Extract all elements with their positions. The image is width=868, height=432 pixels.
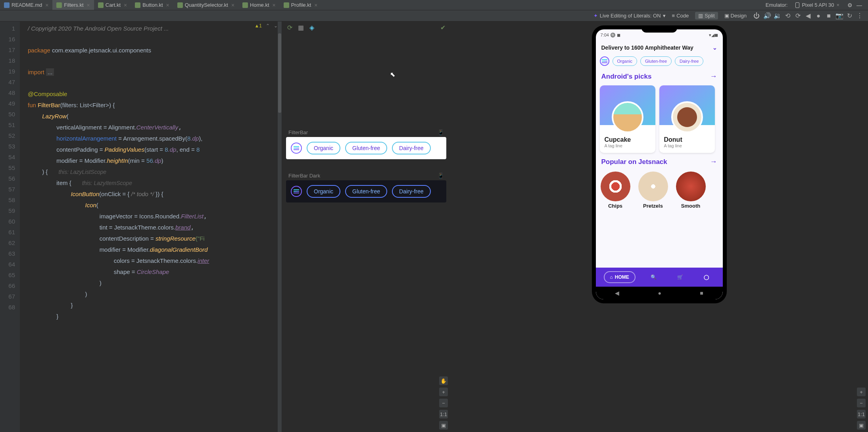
close-icon[interactable]: ×: [45, 2, 48, 8]
phone-screen[interactable]: 7:04 🔘 ◼ ▾◢◼ Delivery to 1600 Amphitheat…: [596, 29, 723, 299]
food-card[interactable]: DonutA tag line: [659, 85, 715, 153]
preview-filterbar-light: Organic Gluten-free Dairy-free: [286, 137, 446, 159]
nav-home[interactable]: ⌂ HOME: [604, 271, 636, 283]
fit-icon[interactable]: ▣: [439, 421, 448, 430]
zoom-label[interactable]: 1:1: [857, 410, 866, 418]
chip[interactable]: Gluten-free: [345, 185, 387, 198]
filter-icon[interactable]: [291, 186, 302, 197]
code-content[interactable]: / Copyright 2020 The Android Open Source…: [20, 21, 282, 432]
live-edit-toggle[interactable]: ✦Live Editing of Literals: ON▾: [593, 13, 666, 19]
rotate-left-icon[interactable]: ⟲: [784, 12, 791, 19]
minimize-icon[interactable]: —: [856, 2, 862, 8]
line-gutter: 1161718194748495051525354555657585960616…: [0, 21, 20, 432]
refresh-icon[interactable]: ⟳: [286, 24, 293, 31]
chip[interactable]: Dairy-free: [675, 56, 703, 66]
editor-scrollbar[interactable]: [278, 21, 282, 432]
kotlin-icon: [284, 2, 289, 8]
next-highlight-icon[interactable]: ⌄: [274, 23, 278, 29]
food-card[interactable]: CupcakeA tag line: [600, 85, 655, 153]
sys-home[interactable]: ●: [658, 290, 661, 296]
close-icon[interactable]: ×: [314, 2, 317, 8]
more-icon[interactable]: ⋮: [856, 12, 863, 19]
circle-item[interactable]: Smooth: [676, 172, 706, 209]
zoom-out-icon[interactable]: −: [857, 399, 866, 407]
home-icon[interactable]: ●: [815, 12, 822, 19]
volume-up-icon[interactable]: 🔊: [763, 12, 770, 19]
sys-back[interactable]: ◀: [615, 290, 619, 296]
camera-icon[interactable]: 📷: [835, 12, 843, 19]
filter-row: Organic Gluten-free Dairy-free: [596, 55, 723, 70]
preview-pane: ⟳ ▦ ◈ ✔ FilterBar📱 Organic Gluten-free D…: [282, 21, 450, 432]
snapshot-icon[interactable]: ↻: [846, 12, 853, 19]
card-row[interactable]: CupcakeA tag line DonutA tag line: [596, 83, 723, 155]
code-editor[interactable]: 1161718194748495051525354555657585960616…: [0, 21, 282, 432]
zoom-in-icon[interactable]: +: [857, 388, 866, 396]
rotate-right-icon[interactable]: ⟳: [794, 12, 801, 19]
power-icon[interactable]: ⏻: [753, 12, 760, 19]
gear-icon[interactable]: ⚙: [847, 2, 853, 8]
circle-item[interactable]: Pretzels: [638, 172, 668, 209]
close-icon[interactable]: ×: [273, 2, 276, 8]
close-icon[interactable]: ×: [231, 2, 234, 8]
food-image: [612, 101, 643, 133]
inspection-badges[interactable]: ▲1 ⌃ ⌄: [254, 23, 278, 29]
zoom-in-icon[interactable]: +: [439, 388, 448, 396]
back-icon[interactable]: ◀: [805, 12, 812, 19]
close-icon[interactable]: ×: [87, 2, 90, 8]
close-icon[interactable]: ×: [166, 2, 169, 8]
filter-icon[interactable]: [600, 56, 609, 66]
close-icon[interactable]: ×: [836, 2, 839, 8]
mode-design[interactable]: ▣ Design: [721, 12, 750, 19]
chip[interactable]: Gluten-free: [640, 56, 672, 66]
volume-down-icon[interactable]: 🔉: [774, 12, 781, 19]
emulator-panel: 7:04 🔘 ◼ ▾◢◼ Delivery to 1600 Amphitheat…: [450, 21, 868, 432]
phone-frame: 7:04 🔘 ◼ ▾◢◼ Delivery to 1600 Amphitheat…: [592, 25, 727, 303]
tab-filters[interactable]: Filters.kt×: [52, 0, 94, 10]
status-ok-icon: ✔: [440, 24, 446, 31]
chip[interactable]: Dairy-free: [392, 185, 430, 198]
arrow-right-icon[interactable]: →: [710, 72, 717, 81]
scrollbar-thumb[interactable]: [278, 33, 281, 113]
mode-code[interactable]: ≡ Code: [669, 12, 692, 19]
close-icon[interactable]: ×: [124, 2, 127, 8]
overview-icon[interactable]: ■: [825, 12, 832, 19]
circle-item[interactable]: Chips: [601, 172, 630, 209]
chip[interactable]: Organic: [613, 56, 638, 66]
tab-cart[interactable]: Cart.kt×: [94, 0, 131, 10]
nav-profile[interactable]: ◯: [698, 272, 714, 282]
food-image: [601, 172, 630, 201]
device-selector[interactable]: Pixel 5 API 30×: [791, 1, 843, 9]
chip[interactable]: Organic: [307, 142, 340, 154]
pan-icon[interactable]: ✋: [439, 376, 448, 385]
nav-search[interactable]: 🔍: [645, 272, 662, 282]
tab-profile[interactable]: Profile.kt×: [280, 0, 322, 10]
sys-overview[interactable]: ■: [700, 290, 703, 296]
interactive-icon[interactable]: ◈: [308, 24, 315, 31]
mode-split[interactable]: ▥ Split: [695, 12, 718, 19]
editor-toolbar: ✦Live Editing of Literals: ON▾ ≡ Code ▥ …: [0, 10, 868, 21]
nav-cart[interactable]: 🛒: [672, 272, 689, 282]
tab-home[interactable]: Home.kt×: [238, 0, 280, 10]
phone-notch: [641, 25, 677, 33]
chip[interactable]: Organic: [307, 185, 340, 198]
tab-quantity[interactable]: QuantitySelector.kt×: [173, 0, 238, 10]
chip[interactable]: Dairy-free: [392, 142, 430, 154]
filter-icon[interactable]: [291, 143, 302, 154]
circle-row[interactable]: Chips Pretzels Smooth: [596, 168, 723, 212]
kotlin-icon: [98, 2, 104, 8]
device-icon[interactable]: 📱: [438, 129, 444, 135]
address-selector[interactable]: Delivery to 1600 Amphitheater Way⌄: [596, 40, 723, 55]
tab-readme[interactable]: README.md×: [0, 0, 52, 10]
deploy-icon[interactable]: ▦: [297, 24, 304, 31]
prev-highlight-icon[interactable]: ⌃: [266, 23, 270, 29]
chip[interactable]: Gluten-free: [345, 142, 387, 154]
tab-button[interactable]: Button.kt×: [131, 0, 173, 10]
fit-icon[interactable]: ▣: [857, 421, 866, 430]
arrow-right-icon[interactable]: →: [710, 158, 717, 166]
kotlin-icon: [177, 2, 183, 8]
emulator-label: Emulator:: [766, 2, 788, 8]
warning-badge[interactable]: ▲1: [254, 23, 262, 29]
zoom-label[interactable]: 1:1: [439, 410, 448, 418]
device-icon[interactable]: 📱: [438, 173, 444, 179]
zoom-out-icon[interactable]: −: [439, 399, 448, 407]
